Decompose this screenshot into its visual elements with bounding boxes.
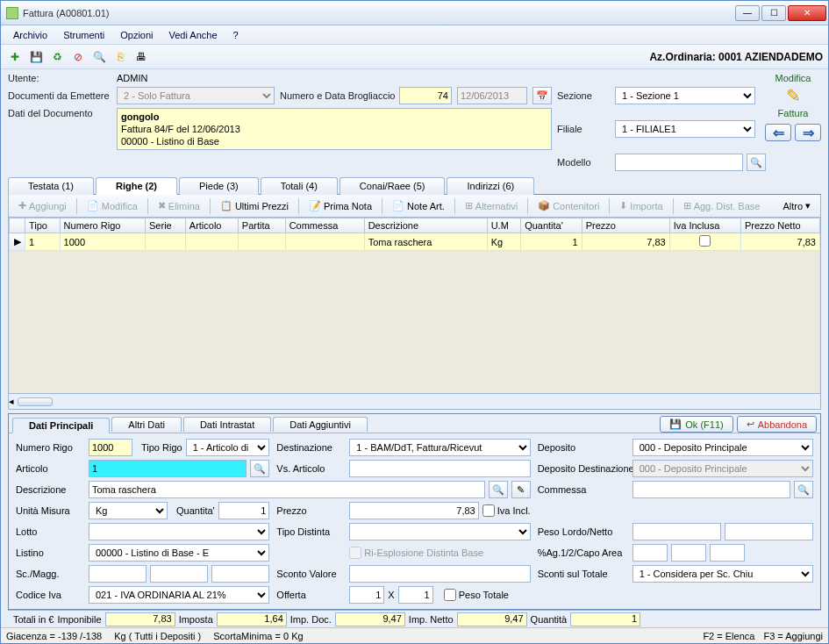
print-icon[interactable]: 🖶 [132, 48, 150, 66]
col-prezzo-netto[interactable]: Prezzo Netto [741, 218, 820, 233]
ag2-input[interactable] [671, 544, 706, 562]
unita-misura-select[interactable]: Kg [89, 502, 168, 519]
vs-articolo-input[interactable] [349, 460, 530, 477]
tab-testata[interactable]: Testata (1) [8, 177, 94, 195]
sbtn-elimina[interactable]: ✖Elimina [152, 197, 206, 214]
modello-input[interactable] [615, 154, 743, 171]
peso-lordo-input[interactable] [632, 523, 721, 540]
data-grid[interactable]: Tipo Numero Rigo Serie Articolo Partita … [8, 218, 821, 394]
col-um[interactable]: U.M [487, 218, 521, 233]
minimize-button[interactable]: — [735, 5, 760, 21]
col-descrizione[interactable]: Descrizione [364, 218, 487, 233]
export-icon[interactable]: ⎘ [111, 48, 129, 66]
offerta-y-input[interactable] [398, 586, 433, 604]
save-icon[interactable]: 💾 [27, 48, 45, 66]
num-brog-input[interactable] [399, 87, 452, 104]
iva-incl-checkbox[interactable] [482, 504, 495, 517]
sbtn-altro[interactable]: Altro▾ [776, 197, 817, 214]
descrizione-input[interactable] [89, 481, 485, 498]
doc-emettere-select[interactable]: 2 - Solo Fattura [117, 87, 275, 104]
quantita-input[interactable] [218, 502, 270, 519]
abbandona-button[interactable]: ↩Abbandona [737, 416, 817, 433]
menu-help[interactable]: ? [226, 28, 246, 42]
offerta-x-input[interactable] [349, 586, 384, 604]
sbtn-note-art[interactable]: 📄Note Art. [386, 197, 451, 214]
sbtn-agg-dist[interactable]: ⊞Agg. Dist. Base [677, 197, 767, 214]
sbtn-ultimi-prezzi[interactable]: 📋Ultimi Prezzi [214, 197, 295, 214]
sc2-input[interactable] [150, 565, 208, 583]
commessa-input[interactable] [632, 481, 790, 498]
dtab-altri-dati[interactable]: Altri Dati [111, 417, 182, 432]
tab-conai-raee[interactable]: Conai/Raee (5) [339, 177, 446, 195]
dtab-dati-aggiuntivi[interactable]: Dati Aggiuntivi [273, 417, 368, 432]
desc-edit-icon[interactable]: ✎ [511, 481, 531, 498]
sbtn-prima-nota[interactable]: 📝Prima Nota [303, 197, 378, 214]
deposito-dest-select[interactable]: 000 - Deposito Principale [632, 460, 813, 477]
codice-iva-select[interactable]: 021 - IVA ORDINARIA AL 21% [89, 586, 269, 604]
lotto-select[interactable] [89, 523, 269, 540]
sconti-totale-select[interactable]: 1 - Considera per Sc. Chiu [632, 565, 813, 583]
close-button[interactable]: ✕ [788, 5, 826, 21]
numero-rigo-input[interactable] [89, 439, 132, 456]
prezzo-input[interactable] [349, 502, 478, 519]
destinazione-select[interactable]: 1 - BAM/DdT, Fattura/Ricevut [349, 439, 530, 456]
horizontal-scrollbar[interactable]: ◂ [8, 394, 821, 410]
sezione-select[interactable]: 1 - Sezione 1 [615, 87, 755, 104]
sc3-input[interactable] [211, 565, 269, 583]
sc1-input[interactable] [89, 565, 147, 583]
menu-opzioni[interactable]: Opzioni [113, 28, 160, 42]
ri-esplosione-checkbox[interactable] [349, 547, 361, 559]
col-commessa[interactable]: Commessa [285, 218, 364, 233]
refresh-icon[interactable]: ♻ [48, 48, 66, 66]
dtab-dati-intrastat[interactable]: Dati Intrastat [183, 417, 271, 432]
sbtn-importa[interactable]: ⬇Importa [613, 197, 668, 214]
articolo-lookup-icon[interactable]: 🔍 [250, 460, 269, 477]
nav-next-icon[interactable]: ⇒ [795, 124, 821, 141]
calendar-icon[interactable]: 📅 [532, 87, 552, 104]
sbtn-alternativi[interactable]: ⊞Alternativi [459, 197, 524, 214]
col-tipo[interactable]: Tipo [25, 218, 61, 233]
sbtn-modifica[interactable]: 📄Modifica [81, 197, 144, 214]
num-brog-date[interactable] [457, 87, 527, 104]
menu-strumenti[interactable]: Strumenti [56, 28, 111, 42]
filiale-select[interactable]: 1 - FILIALE1 [615, 120, 755, 138]
col-serie[interactable]: Serie [146, 218, 186, 233]
tab-righe[interactable]: Righe (2) [96, 177, 177, 195]
tab-indirizzi[interactable]: Indirizzi (6) [447, 177, 534, 195]
iva-inclusa-checkbox[interactable] [699, 235, 711, 247]
tipo-distinta-select[interactable] [349, 523, 530, 540]
maximize-button[interactable]: ☐ [761, 5, 786, 21]
new-icon[interactable]: ✚ [6, 48, 24, 66]
listino-select[interactable]: 00000 - Listino di Base - E [89, 544, 269, 562]
capo-input[interactable] [710, 544, 745, 562]
peso-netto-input[interactable] [725, 523, 813, 540]
sbtn-aggiungi[interactable]: ✚Aggiungi [12, 197, 73, 214]
sbtn-contenitori[interactable]: 📦Contenitori [532, 197, 605, 214]
table-row[interactable]: ▶ 1 1000 Toma raschera Kg 1 7,83 7,83 [10, 233, 820, 251]
ok-button[interactable]: 💾Ok (F11) [660, 416, 733, 433]
col-numero-rigo[interactable]: Numero Rigo [60, 218, 145, 233]
nav-prev-icon[interactable]: ⇐ [765, 124, 791, 141]
commessa-lookup-icon[interactable]: 🔍 [794, 481, 813, 498]
delete-icon[interactable]: ⊘ [69, 48, 87, 66]
col-partita[interactable]: Partita [238, 218, 285, 233]
col-quantita[interactable]: Quantita' [521, 218, 582, 233]
tab-piede[interactable]: Piede (3) [179, 177, 259, 195]
sconto-valore-input[interactable] [349, 565, 530, 583]
col-prezzo[interactable]: Prezzo [582, 218, 669, 233]
pencil-icon[interactable]: ✎ [786, 85, 801, 106]
col-iva-inclusa[interactable]: Iva Inclusa [669, 218, 740, 233]
dtab-dati-principali[interactable]: Dati Principali [12, 418, 110, 433]
peso-totale-checkbox[interactable] [444, 589, 456, 601]
menu-archivio[interactable]: Archivio [6, 28, 54, 42]
tab-totali[interactable]: Totali (4) [261, 177, 338, 195]
ag1-input[interactable] [632, 544, 668, 562]
desc-lookup-icon[interactable]: 🔍 [489, 481, 508, 498]
modello-lookup-icon[interactable]: 🔍 [747, 154, 766, 171]
deposito-select[interactable]: 000 - Deposito Principale [632, 439, 813, 456]
menu-vedi-anche[interactable]: Vedi Anche [162, 28, 225, 42]
tipo-rigo-select[interactable]: 1 - Articolo di Magazzino [186, 439, 270, 456]
search-icon[interactable]: 🔍 [90, 48, 108, 66]
col-articolo[interactable]: Articolo [185, 218, 238, 233]
articolo-input[interactable] [89, 460, 247, 477]
